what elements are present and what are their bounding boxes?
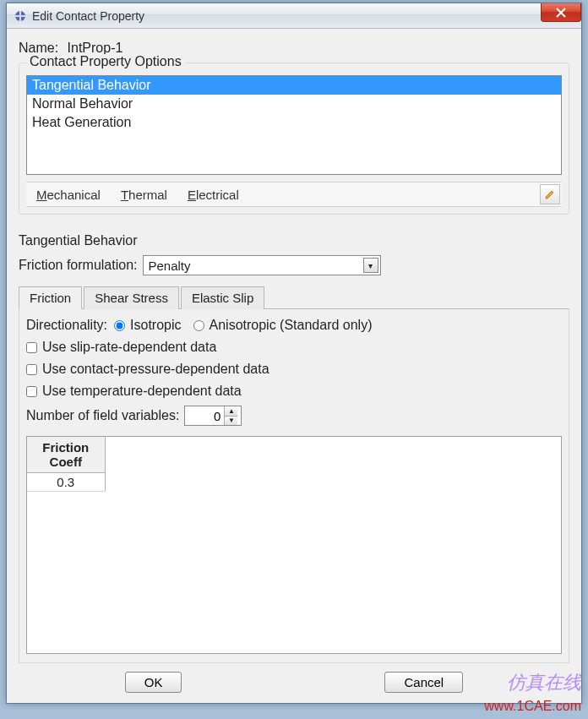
tab-elastic-slip[interactable]: Elastic Slip [181,286,264,309]
tab-mechanical[interactable]: Mechanical [26,184,111,205]
check-slip-rate-row: Use slip-rate-dependent data [26,340,562,355]
chevron-down-icon: ▾ [363,258,378,273]
dialog-buttons: OK Cancel [19,663,569,696]
app-icon [14,9,27,23]
name-label: Name: [19,41,58,55]
dialog-window: Edit Contact Property Name: IntProp-1 Co… [6,3,582,704]
tab-electrical[interactable]: Electrical [177,184,249,205]
friction-formulation-row: Friction formulation: Penalty ▾ [19,255,569,275]
option-normal-behavior[interactable]: Normal Behavior [27,95,561,113]
option-tangential-behavior[interactable]: Tangential Behavior [27,76,561,95]
check-temperature-row: Use temperature-dependent data [26,384,562,399]
field-vars-row: Number of field variables: ▲ ▼ [26,406,562,426]
category-tabs: Mechanical Thermal Electrical [26,182,562,207]
friction-coeff-table[interactable]: Friction Coeff 0.3 [26,436,562,654]
radio-anisotropic[interactable] [193,320,204,331]
tab-friction[interactable]: Friction [19,286,82,309]
field-vars-label: Number of field variables: [26,408,179,423]
check-temperature[interactable] [26,386,37,397]
close-button[interactable] [541,3,581,22]
edit-icon-button[interactable] [540,184,560,204]
friction-formulation-select[interactable]: Penalty ▾ [143,255,381,275]
radio-isotropic-label: Isotropic [130,318,181,333]
check-contact-pressure-row: Use contact-pressure-dependent data [26,362,562,377]
table-header-friction-coeff: Friction Coeff [27,437,105,473]
svg-rect-2 [15,15,25,17]
contact-property-options-group: Contact Property Options Tangential Beha… [19,63,569,215]
tab-shear-stress[interactable]: Shear Stress [84,286,179,309]
table-cell[interactable]: 0.3 [27,473,105,492]
window-title: Edit Contact Property [32,9,144,23]
option-heat-generation[interactable]: Heat Generation [27,113,561,132]
field-vars-input[interactable] [185,409,224,423]
check-contact-pressure[interactable] [26,364,37,375]
name-value: IntProp-1 [68,41,123,55]
friction-formulation-value: Penalty [149,259,191,273]
directionality-label: Directionality: [26,318,107,333]
check-slip-rate[interactable] [26,342,37,353]
check-temperature-label: Use temperature-dependent data [42,384,242,399]
check-slip-rate-label: Use slip-rate-dependent data [42,340,216,355]
check-contact-pressure-label: Use contact-pressure-dependent data [42,362,270,377]
section-title: Tangential Behavior [19,233,569,248]
friction-formulation-label: Friction formulation: [19,258,138,273]
radio-anisotropic-label: Anisotropic (Standard only) [210,318,373,333]
friction-tabs: Friction Shear Stress Elastic Slip [19,286,569,309]
titlebar[interactable]: Edit Contact Property [7,3,581,29]
options-legend: Contact Property Options [26,54,185,69]
tab-thermal[interactable]: Thermal [111,184,177,205]
spinner-up-icon[interactable]: ▲ [225,406,237,417]
spinner-down-icon[interactable]: ▼ [225,417,237,426]
friction-panel: Directionality: Isotropic Anisotropic (S… [19,309,569,663]
options-list[interactable]: Tangential Behavior Normal Behavior Heat… [26,75,562,175]
ok-button[interactable]: OK [125,672,182,693]
dialog-body: Name: IntProp-1 Contact Property Options… [7,29,581,703]
field-vars-spinner[interactable]: ▲ ▼ [184,406,242,426]
cancel-button[interactable]: Cancel [384,672,463,693]
radio-isotropic[interactable] [114,320,125,331]
directionality-row: Directionality: Isotropic Anisotropic (S… [26,318,562,333]
